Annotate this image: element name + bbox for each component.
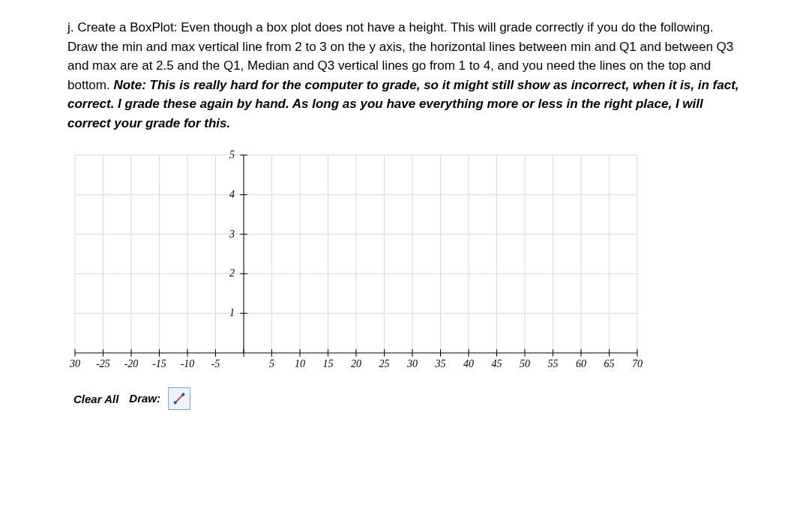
svg-text:3: 3 [229, 229, 235, 240]
svg-text:30: 30 [69, 358, 80, 369]
chart-svg: 30-25-20-15-10-5510152025303540455055606… [67, 151, 645, 375]
instruction-text: j. Create a BoxPlot: Even though a box p… [67, 18, 745, 133]
svg-text:5: 5 [269, 358, 274, 369]
chart-controls: Clear All Draw: [67, 387, 745, 410]
svg-line-79 [175, 395, 184, 403]
svg-text:65: 65 [604, 358, 615, 369]
svg-text:-5: -5 [211, 358, 220, 369]
line-segment-icon [173, 392, 185, 405]
svg-text:25: 25 [379, 358, 390, 369]
svg-text:55: 55 [548, 358, 559, 369]
svg-point-80 [174, 401, 177, 404]
svg-text:60: 60 [576, 358, 586, 369]
svg-text:10: 10 [295, 358, 305, 369]
draw-label: Draw: [129, 390, 160, 408]
svg-text:45: 45 [492, 358, 502, 369]
svg-text:-25: -25 [96, 358, 110, 369]
svg-text:15: 15 [323, 358, 334, 369]
svg-text:70: 70 [632, 358, 643, 369]
svg-text:30: 30 [406, 358, 418, 369]
clear-all-button[interactable]: Clear All [70, 390, 121, 408]
svg-text:4: 4 [229, 189, 235, 200]
svg-text:-15: -15 [152, 358, 166, 369]
draw-line-tool-button[interactable] [168, 387, 190, 410]
chart-canvas[interactable]: 30-25-20-15-10-5510152025303540455055606… [67, 151, 645, 375]
svg-text:-10: -10 [181, 358, 195, 369]
svg-text:2: 2 [229, 267, 235, 279]
svg-text:40: 40 [463, 358, 474, 369]
svg-text:5: 5 [229, 151, 235, 160]
svg-text:1: 1 [229, 307, 235, 318]
svg-text:20: 20 [351, 358, 361, 369]
svg-text:-20: -20 [124, 358, 139, 369]
svg-text:50: 50 [520, 358, 530, 369]
svg-text:35: 35 [435, 358, 446, 369]
instruction-note: Note: This is really hard for the comput… [67, 78, 739, 130]
svg-point-81 [181, 393, 184, 396]
